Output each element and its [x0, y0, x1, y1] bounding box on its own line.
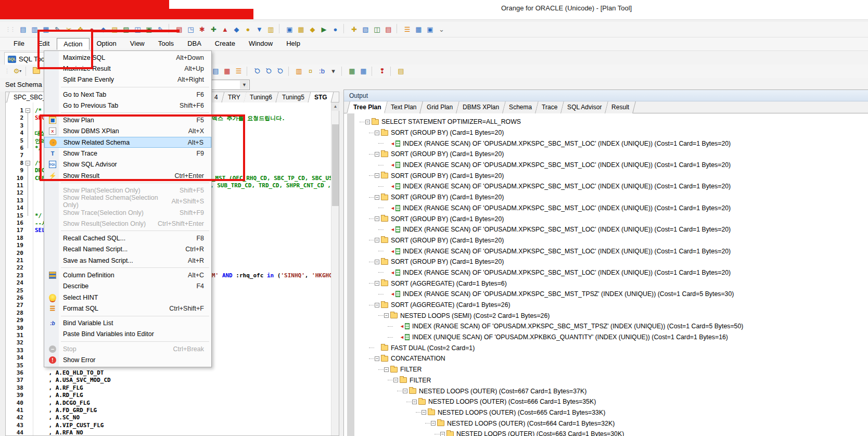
tree-row[interactable]: −SORT (GROUP BY) (Card=1 Bytes=20)	[354, 127, 868, 138]
grid-green-icon[interactable]: ▦	[347, 66, 358, 76]
menu-item-show-related-schema-selection-only[interactable]: Show Related Schema(Selection Only)Alt+S…	[44, 196, 211, 207]
tree-row[interactable]: ◄INDEX (RANGE SCAN) OF 'OPUSADM.XPKSPC_S…	[354, 321, 868, 332]
menubar-item-help[interactable]: Help	[280, 38, 307, 50]
close-result-icon[interactable]: ▦	[222, 66, 233, 76]
tree-row[interactable]: ◄INDEX (RANGE SCAN) OF 'OPUSADM.XPKSPC_S…	[354, 246, 868, 257]
tree-row[interactable]: −SORT (GROUP BY) (Card=1 Bytes=20)	[354, 213, 868, 224]
output-tab-tree-plan[interactable]: Tree Plan	[347, 101, 388, 113]
chevron-down-icon[interactable]: ▼	[240, 81, 249, 89]
output-tab-grid-plan[interactable]: Grid Plan	[420, 101, 459, 113]
fetch-icon[interactable]: ▼	[254, 24, 265, 35]
tree-collapse-icon[interactable]: −	[412, 400, 417, 404]
dropdown-icon[interactable]: ▾	[328, 66, 339, 76]
editor-tab-stg[interactable]: STG	[309, 92, 334, 102]
tree-collapse-icon[interactable]: −	[375, 152, 379, 157]
alert-icon[interactable]: ▤	[383, 24, 394, 35]
menu-item-stop[interactable]: −StopCtrl+Break	[44, 343, 211, 354]
search-prev-icon[interactable]: Ϙ	[273, 63, 288, 79]
commit-icon[interactable]: ✚	[208, 24, 219, 35]
tree-row[interactable]: FAST DUAL (Cost=2 Card=1)	[354, 342, 868, 353]
tree-row[interactable]: −SORT (AGGREGATE) (Card=1 Bytes=26)	[354, 300, 868, 311]
plan-icon[interactable]: ✱	[197, 24, 208, 35]
tree-row[interactable]: ◄INDEX (RANGE SCAN) OF 'OPUSADM.XPKSPC_S…	[354, 267, 868, 278]
menu-item-show-trace-selection-only[interactable]: Show Trace(Selection Only)Shift+F9	[44, 207, 211, 218]
help-icon[interactable]: ▣	[425, 24, 436, 35]
output-tab-result[interactable]: Result	[605, 101, 636, 113]
menu-item-go-to-previous-tab[interactable]: Go to Previous TabShift+F6	[44, 100, 211, 111]
doc-blue-icon[interactable]: ▤	[210, 66, 221, 76]
output-tab-schema[interactable]: Schema	[503, 101, 539, 113]
index-icon[interactable]: ▥	[265, 24, 276, 35]
tree-row[interactable]: −NESTED LOOPS (SEMI) (Cost=2 Card=1 Byte…	[354, 310, 868, 321]
hint-icon[interactable]: ¤	[305, 66, 316, 76]
scrollbar-thumb[interactable]	[332, 124, 339, 206]
output-tab-dbms-xplan[interactable]: DBMS XPlan	[456, 101, 506, 113]
menubar-item-file[interactable]: File	[7, 38, 31, 50]
tree-collapse-icon[interactable]: −	[375, 131, 379, 135]
tree-row[interactable]: −SORT (GROUP BY) (Card=1 Bytes=20)	[354, 192, 868, 203]
tree-row[interactable]: −NESTED LOOPS (OUTER) (Cost=664 Card=1 B…	[354, 418, 868, 429]
tree-row[interactable]: ◄INDEX (RANGE SCAN) OF 'OPUSADM.XPKSPC_S…	[354, 138, 868, 149]
sync-icon[interactable]: ▶	[318, 24, 329, 35]
menubar-item-option[interactable]: Option	[91, 38, 123, 50]
menu-item-bind-variable-list[interactable]: :bBind Variable List	[44, 318, 211, 329]
menubar-item-dba[interactable]: DBA	[181, 38, 208, 50]
tree-collapse-icon[interactable]: −	[403, 389, 407, 393]
rollback-icon[interactable]: ▲	[220, 24, 231, 35]
tree-row[interactable]: −SORT (GROUP BY) (Card=1 Bytes=20)	[354, 257, 868, 267]
gear-icon[interactable]: ⚙▾	[12, 66, 23, 76]
fold-collapse-icon[interactable]: −	[25, 108, 30, 113]
tree-collapse-icon[interactable]: −	[375, 238, 379, 242]
toolbar-overflow-icon[interactable]: ⌄	[436, 24, 447, 35]
job-icon[interactable]: ▦	[296, 24, 307, 35]
window-icon[interactable]: ▦	[413, 24, 424, 35]
menu-item-format-sql[interactable]: ☰Format SQLCtrl+Shift+F	[44, 303, 211, 314]
tree-vertical-scrollbar[interactable]	[347, 113, 354, 436]
grid-blue-icon[interactable]: ▦	[358, 66, 369, 76]
tree-collapse-icon[interactable]: −	[375, 303, 379, 307]
editor-tab-tuning5[interactable]: Tuning5	[276, 92, 311, 102]
menubar-item-view[interactable]: View	[124, 38, 151, 50]
menubar-item-window[interactable]: Window	[242, 38, 279, 50]
sql-run-icon[interactable]: ◳	[185, 24, 196, 35]
tree-collapse-icon[interactable]: −	[375, 281, 379, 286]
tree-collapse-icon[interactable]: −	[431, 421, 436, 426]
menu-item-save-as-named-script[interactable]: Save as Named Script...Alt+R	[44, 255, 211, 266]
tree-collapse-icon[interactable]: −	[375, 173, 379, 178]
tree-row[interactable]: ◄INDEX (RANGE SCAN) OF 'OPUSADM.XPKSPC_S…	[354, 224, 868, 235]
tree-row[interactable]: ◄INDEX (RANGE SCAN) OF 'OPUSADM.XPKSPC_S…	[354, 289, 868, 300]
tree-row[interactable]: −SORT (AGGREGATE) (Card=1 Bytes=6)	[354, 278, 868, 289]
tree-collapse-icon[interactable]: −	[393, 378, 398, 382]
menu-item-column-definition[interactable]: Column DefinitionAlt+C	[44, 270, 211, 280]
tree-collapse-icon[interactable]: −	[440, 432, 445, 436]
output-tab-text-plan[interactable]: Text Plan	[385, 101, 424, 113]
menu-item-split-pane-evenly[interactable]: Split Pane EvenlyAlt+Right	[44, 74, 211, 85]
menu-item-show-result-selection-only[interactable]: Show Result(Selection Only)Ctrl+Shift+En…	[44, 218, 211, 229]
tree-row[interactable]: −SELECT STATEMENT OPTIMIZER=ALL_ROWS	[354, 117, 868, 127]
tree-row[interactable]: ◄INDEX (UNIQUE SCAN) OF 'OPUSADM.XPKBKG_…	[354, 332, 868, 343]
editor-vertical-scrollbar[interactable]: ▲	[331, 102, 339, 435]
session-icon[interactable]: ◆	[231, 24, 242, 35]
monitor-icon[interactable]: ◫	[372, 24, 382, 35]
column-definition-icon[interactable]: ▥	[293, 66, 304, 76]
scroll-up-icon[interactable]: ▲	[331, 102, 339, 111]
tree-collapse-icon[interactable]: −	[375, 260, 379, 264]
tree-row[interactable]: −SORT (GROUP BY) (Card=1 Bytes=20)	[354, 235, 868, 246]
menu-item-paste-bind-variables-into-editor[interactable]: Paste Bind Variables into Editor	[44, 329, 211, 340]
tree-row[interactable]: −NESTED LOOPS (OUTER) (Cost=666 Card=1 B…	[354, 396, 868, 407]
tree-row[interactable]: −NESTED LOOPS (OUTER) (Cost=665 Card=1 B…	[354, 407, 868, 418]
clock-icon[interactable]: ●	[242, 24, 253, 35]
tree-collapse-icon[interactable]: −	[375, 356, 379, 361]
tree-collapse-icon[interactable]: −	[365, 120, 370, 124]
fold-collapse-icon[interactable]: −	[25, 161, 30, 165]
output-tab-trace[interactable]: Trace	[535, 101, 564, 113]
property-icon[interactable]: ▤	[395, 66, 406, 76]
menu-item-recall-cached-sql[interactable]: Recall Cached SQL...F8	[44, 233, 211, 243]
tree-row[interactable]: −SORT (GROUP BY) (Card=1 Bytes=20)	[354, 170, 868, 181]
lock-icon[interactable]: ▣	[284, 24, 295, 35]
tree-row[interactable]: −SORT (GROUP BY) (Card=1 Bytes=20)	[354, 149, 868, 160]
format-icon[interactable]: ☰	[233, 66, 244, 76]
log-icon[interactable]: ▧	[360, 24, 371, 35]
menu-item-recall-named-script[interactable]: Recall Named Script...Ctrl+R	[44, 244, 211, 255]
tree-collapse-icon[interactable]: −	[384, 313, 389, 318]
